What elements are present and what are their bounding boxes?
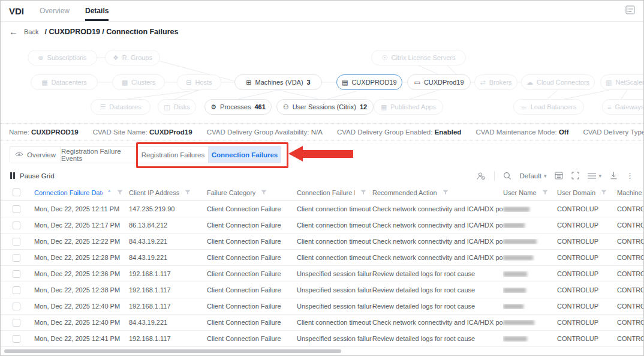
- detail-tabs-row: OverviewRegistration Failure EventsRegis…: [1, 140, 643, 167]
- view-selector-label: Default: [520, 172, 541, 180]
- column-header-category[interactable]: Failure Category: [207, 189, 297, 196]
- cell-user_name: [503, 304, 557, 309]
- cell-ip: 192.168.1.117: [129, 270, 207, 277]
- table-row[interactable]: Mon, Dec 22, 2025 12:17 PM86.13.84.212Cl…: [1, 217, 643, 234]
- row-density-dropdown[interactable]: ▾: [588, 173, 601, 179]
- column-header-user_name[interactable]: User Name: [503, 189, 557, 196]
- search-icon[interactable]: [503, 172, 511, 180]
- fullscreen-icon[interactable]: [571, 172, 579, 180]
- view-selector-dropdown[interactable]: Default ▾: [520, 172, 547, 180]
- row-checkbox[interactable]: [13, 238, 20, 246]
- topology-node-cuxdprod19-site[interactable]: ▭CUXDProd19: [407, 74, 471, 90]
- column-header-user_domain[interactable]: User Domain: [557, 189, 617, 196]
- row-checkbox[interactable]: [13, 254, 20, 262]
- filter-icon[interactable]: [185, 189, 191, 196]
- column-header-date[interactable]: Connection Failure Date⌃: [34, 189, 129, 196]
- row-checkbox[interactable]: [13, 319, 20, 327]
- column-header-problem[interactable]: Connection Failure Problem: [297, 189, 372, 196]
- tab-details[interactable]: Details: [85, 1, 109, 21]
- cell-category: Client Connection Failure: [207, 319, 297, 326]
- table-row[interactable]: Mon, Dec 22, 2025 12:11 PM147.235.219.90…: [1, 201, 643, 217]
- cell-user_name: [503, 271, 557, 277]
- back-arrow-icon[interactable]: ←: [9, 26, 18, 37]
- download-icon[interactable]: [610, 172, 618, 180]
- row-checkbox[interactable]: [13, 286, 20, 294]
- topology-node-label: CUXDProd19: [424, 79, 464, 86]
- cell-machine: CONTROL: [617, 303, 643, 310]
- table-row[interactable]: Mon, Dec 22, 2025 12:36 PM192.168.1.117C…: [1, 266, 643, 282]
- cell-user_name: [503, 239, 557, 244]
- topology-node-label: Subscriptions: [47, 54, 87, 61]
- row-checkbox[interactable]: [13, 335, 20, 343]
- topology-node-label: Clusters: [131, 79, 155, 86]
- cell-user_domain: CONTROLUP: [557, 222, 617, 229]
- row-checkbox[interactable]: [13, 303, 20, 310]
- table-row[interactable]: Mon, Dec 22, 2025 12:41 PM192.168.1.117C…: [1, 331, 643, 347]
- pause-grid-button[interactable]: Pause Grid: [10, 172, 55, 180]
- topology-node-label: R. Groups: [122, 54, 152, 61]
- row-checkbox[interactable]: [13, 222, 20, 229]
- user-settings-icon[interactable]: [477, 172, 486, 180]
- column-chooser-icon[interactable]: [555, 172, 563, 180]
- cell-action: Review detailed logs for root cause: [372, 303, 503, 310]
- detail-tab-registration-failure-events[interactable]: Registration Failure Events: [61, 146, 138, 163]
- tab-overview[interactable]: Overview: [40, 1, 70, 21]
- table-row[interactable]: Mon, Dec 22, 2025 12:28 PM84.43.19.221Cl…: [1, 250, 643, 266]
- back-button[interactable]: Back: [24, 28, 38, 35]
- cell-action: Check network connectivity and ICA/HDX p…: [372, 319, 503, 326]
- row-checkbox[interactable]: [13, 205, 20, 213]
- chevron-down-icon: ▾: [598, 173, 601, 179]
- topology-node-clusters: ▩Clusters: [112, 74, 165, 90]
- annotation-highlight-box: [136, 142, 288, 168]
- filter-icon[interactable]: [360, 189, 366, 196]
- filter-icon[interactable]: [117, 189, 123, 196]
- filter-icon[interactable]: [542, 189, 548, 196]
- column-header-label: Failure Category: [207, 189, 255, 196]
- column-header-action[interactable]: Recommended Action: [372, 189, 503, 196]
- notes-panel-icon[interactable]: [625, 5, 635, 17]
- kebab-menu-icon[interactable]: ⋮: [626, 171, 634, 180]
- connection-failures-grid: Connection Failure Date⌃Client IP Addres…: [1, 184, 643, 347]
- column-header-ip[interactable]: Client IP Address: [129, 189, 207, 196]
- redacted-user-name: [503, 223, 525, 228]
- column-header-machine[interactable]: Machine Na: [617, 189, 643, 196]
- redacted-user-name: [503, 239, 537, 244]
- breadcrumb-path: / CUXDPROD19 / Connection Failures: [44, 28, 178, 36]
- cell-problem: Unspecified session failure: [297, 303, 372, 310]
- gateway-icon: ≡: [607, 104, 611, 110]
- cell-machine: CONTROL: [617, 254, 643, 261]
- redacted-user-name: [503, 320, 534, 325]
- filter-icon[interactable]: [261, 189, 267, 196]
- cell-user_name: [503, 255, 557, 261]
- topology-node-label: Gateways: [615, 103, 644, 110]
- topology-node-hosts: ⊟Hosts: [177, 74, 221, 90]
- filter-icon[interactable]: [443, 189, 449, 196]
- redacted-user-name: [503, 207, 529, 212]
- loadbalancer-icon: ⚌: [521, 104, 527, 110]
- table-row[interactable]: Mon, Dec 22, 2025 12:38 PM192.168.1.117C…: [1, 282, 643, 298]
- horizontal-scrollbar-thumb[interactable]: [4, 349, 341, 353]
- apps-icon: ▦: [381, 104, 387, 110]
- table-row[interactable]: Mon, Dec 22, 2025 12:40 PM84.43.19.221Cl…: [1, 315, 643, 331]
- topology-graph: ⊛Subscriptions❖R. Groups☉Citrix License …: [1, 41, 643, 123]
- row-checkbox[interactable]: [13, 270, 20, 278]
- topology-node-cuxdprod19[interactable]: ▤CUXDPROD19: [336, 74, 402, 90]
- topology-node-machines[interactable]: ⊞Machines (VDA)3: [234, 74, 322, 90]
- annotation-arrow: [288, 146, 353, 161]
- topology-node-user-sessions[interactable]: ⚇User Sessions (Citrix)12: [276, 99, 374, 115]
- cell-category: Client Connection Failure: [207, 254, 297, 261]
- license-icon: ☉: [382, 55, 388, 61]
- select-all-checkbox[interactable]: [13, 189, 20, 196]
- topology-node-processes[interactable]: ⚙Processes461: [204, 99, 272, 115]
- cell-user_name: [503, 207, 557, 212]
- cell-date: Mon, Dec 22, 2025 12:17 PM: [34, 222, 129, 229]
- cell-ip: 147.235.219.90: [129, 205, 207, 213]
- datastore-icon: ☰: [100, 104, 106, 110]
- filter-icon[interactable]: [601, 189, 607, 196]
- topology-node-label: Brokers: [489, 79, 512, 86]
- table-row[interactable]: Mon, Dec 22, 2025 12:22 PM84.43.19.221Cl…: [1, 234, 643, 250]
- detail-tab-overview[interactable]: Overview: [10, 146, 61, 163]
- table-row[interactable]: Mon, Dec 22, 2025 12:40 PM192.168.1.117C…: [1, 298, 643, 315]
- pause-grid-label: Pause Grid: [20, 172, 55, 180]
- cell-user_name: [503, 320, 557, 325]
